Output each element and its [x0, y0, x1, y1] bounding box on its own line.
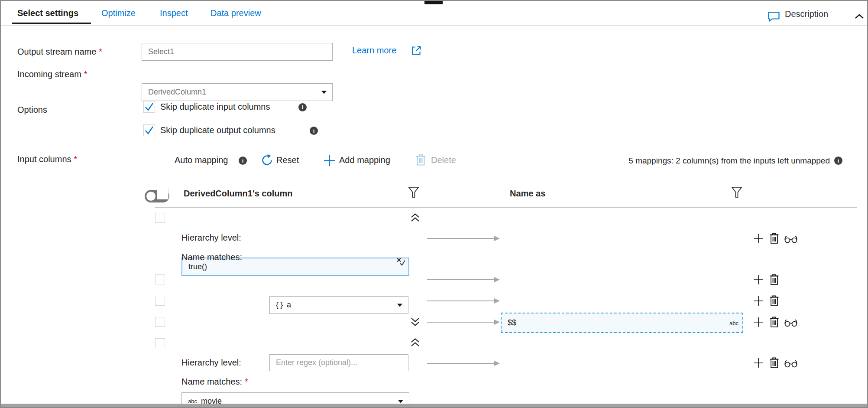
row-checkbox[interactable] — [155, 274, 165, 284]
output-stream-input[interactable] — [142, 47, 332, 56]
chevron-up-icon[interactable] — [854, 13, 865, 20]
column-header-input: DerivedColumn1's column — [184, 189, 292, 199]
rule1-regex-field — [269, 354, 408, 371]
eyeglasses-icon[interactable] — [784, 319, 798, 327]
eyeglasses-icon[interactable] — [784, 235, 798, 243]
add-mapping-button[interactable]: Add mapping — [339, 155, 390, 165]
rule1-name-as-field: abc — [501, 313, 743, 333]
caret-down-icon — [397, 303, 403, 307]
trash-icon[interactable] — [769, 295, 779, 307]
tab-select-settings[interactable]: Select settings — [17, 8, 78, 18]
learn-more-link[interactable]: Learn more — [352, 46, 396, 55]
mapping-arrow — [427, 298, 501, 304]
auto-mapping-label: Auto mapping — [175, 155, 228, 165]
trash-icon[interactable] — [769, 232, 779, 244]
mapping-arrow — [427, 360, 501, 366]
add-row-icon[interactable] — [753, 317, 764, 327]
comment-icon[interactable] — [768, 11, 780, 22]
rule1-condition-input[interactable] — [182, 262, 395, 271]
rule1-name-as-input[interactable] — [502, 318, 742, 327]
mapping-summary: 5 mappings: 2 column(s) from the inputs … — [628, 156, 830, 166]
trash-icon[interactable] — [769, 274, 779, 285]
trash-icon[interactable] — [769, 357, 779, 369]
name-matches-label: Name matches:* — [181, 377, 248, 387]
mapping-arrow — [427, 277, 501, 283]
reset-icon[interactable] — [261, 154, 273, 166]
info-icon[interactable]: i — [298, 103, 307, 111]
rule1-regex-input[interactable] — [270, 358, 408, 367]
select-all-checkbox[interactable] — [157, 188, 168, 199]
table-top-border — [155, 174, 857, 174]
column-header-name-as: Name as — [510, 189, 545, 199]
skip-input-label: Skip duplicate input columns — [160, 102, 270, 112]
output-stream-field — [142, 43, 333, 61]
incoming-stream-label: Incoming stream* — [17, 69, 87, 79]
tab-data-preview[interactable]: Data preview — [211, 8, 261, 18]
add-row-icon[interactable] — [753, 296, 764, 306]
caret-down-icon — [398, 399, 404, 403]
trash-icon[interactable] — [769, 316, 779, 328]
tab-inspect[interactable]: Inspect — [160, 8, 188, 18]
drag-handle[interactable] — [424, 1, 443, 4]
select-settings-panel: Select settings Optimize Inspect Data pr… — [0, 0, 868, 408]
row-checkbox[interactable] — [155, 317, 165, 327]
check-icon — [144, 101, 155, 112]
abc-tag: abc — [729, 320, 738, 326]
row-checkbox[interactable] — [155, 296, 165, 306]
required-asterisk: * — [245, 377, 248, 386]
input-columns-label: Input columns* — [17, 154, 77, 164]
row-checkbox[interactable] — [155, 213, 165, 223]
required-asterisk: * — [84, 69, 87, 79]
add-row-icon[interactable] — [753, 274, 764, 285]
incoming-stream-select[interactable]: DerivedColumn1 — [142, 83, 333, 101]
add-row-icon[interactable] — [753, 358, 764, 368]
delete-button: Delete — [431, 155, 456, 165]
filter-icon[interactable] — [408, 186, 419, 199]
output-stream-label: Output stream name* — [17, 47, 102, 57]
expand-icon[interactable] — [410, 316, 421, 327]
row-checkbox[interactable] — [155, 338, 165, 348]
required-asterisk: * — [99, 47, 102, 56]
options-label: Options — [17, 105, 47, 115]
mapping-arrow — [427, 319, 501, 325]
info-icon[interactable]: i — [310, 127, 318, 135]
active-tab-underline — [12, 23, 91, 24]
tab-optimize[interactable]: Optimize — [101, 8, 136, 18]
expression-icon[interactable] — [395, 257, 406, 267]
toggle-knob — [146, 192, 155, 201]
add-mapping-plus-icon[interactable] — [323, 154, 336, 167]
collapse-icon[interactable] — [410, 212, 421, 223]
caret-down-icon — [321, 90, 327, 94]
horizontal-scrollbar[interactable] — [1, 404, 867, 407]
hierarchy-level-label: Hierarchy level: — [181, 233, 241, 243]
skip-output-checkbox[interactable] — [143, 124, 155, 136]
filter-icon[interactable] — [731, 186, 742, 199]
name-matches-label: Name matches: — [181, 252, 242, 262]
required-asterisk: * — [74, 154, 78, 164]
description-button[interactable]: Description — [785, 9, 828, 19]
skip-output-label: Skip duplicate output columns — [160, 125, 275, 135]
braces-icon: { } — [276, 301, 283, 310]
external-link-icon[interactable] — [411, 45, 422, 56]
table-header-border — [155, 207, 857, 208]
skip-input-checkbox[interactable] — [143, 101, 155, 113]
delete-trash-icon — [415, 153, 426, 166]
collapse-icon[interactable] — [410, 337, 421, 348]
mapping-arrow — [427, 235, 501, 242]
eyeglasses-icon[interactable] — [784, 359, 798, 368]
hierarchy-level-label: Hierarchy level: — [181, 358, 241, 368]
rule1-hierarchy-select[interactable]: { } a — [269, 296, 408, 314]
check-icon — [144, 125, 155, 136]
tabbar-divider — [1, 25, 867, 26]
info-icon[interactable]: i — [834, 157, 842, 165]
reset-button[interactable]: Reset — [276, 155, 299, 165]
add-row-icon[interactable] — [753, 233, 764, 244]
info-icon[interactable]: i — [239, 157, 247, 165]
